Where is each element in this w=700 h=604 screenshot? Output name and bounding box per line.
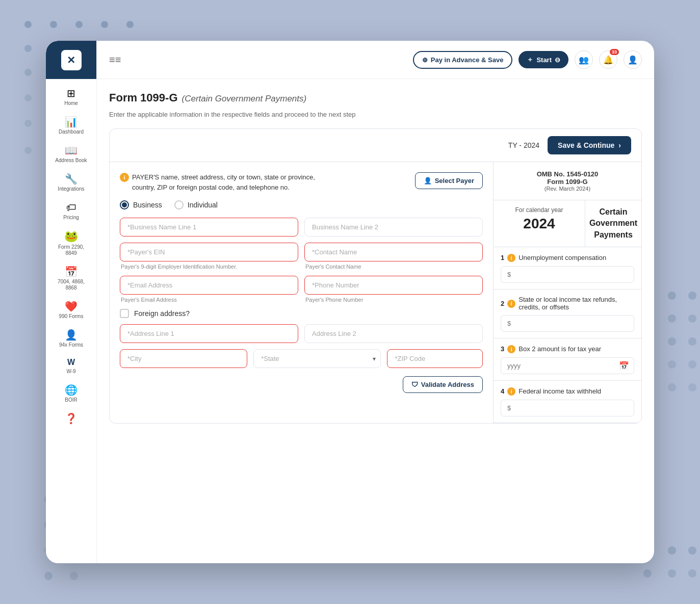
field-4-text: Federal income tax withheld <box>518 387 601 395</box>
business-radio-label: Business <box>133 201 162 209</box>
support-icon: ❓ <box>65 413 77 424</box>
omb-title-col: Certain Government Payments <box>585 200 641 247</box>
field-2-label: 2 i State or local income tax refunds, c… <box>501 296 634 311</box>
contacts-icon: 👥 <box>579 55 589 65</box>
form-subtitle: (Certain Government Payments) <box>182 94 307 104</box>
select-payer-button[interactable]: 👤 Select Payer <box>415 172 483 189</box>
zip-group <box>387 349 483 368</box>
email-input[interactable] <box>120 276 298 295</box>
phone-help: Payer's Phone Number <box>304 297 483 303</box>
form2290-icon: 🐸 <box>64 231 78 242</box>
sidebar-item-address-book[interactable]: 📖 Address Book <box>51 141 92 168</box>
validate-address-label: Validate Address <box>421 381 474 388</box>
business-name-2-group <box>304 218 483 237</box>
sidebar-item-pricing[interactable]: 🏷 Pricing <box>51 198 92 225</box>
start-plus-icon: ＋ <box>527 55 533 64</box>
business-name-1-input[interactable] <box>120 218 298 237</box>
individual-radio-label: Individual <box>188 201 218 209</box>
phone-input[interactable] <box>304 276 483 295</box>
address-line1-input[interactable] <box>120 324 298 343</box>
form94x-icon: 👤 <box>65 330 77 340</box>
ein-input[interactable] <box>120 243 298 261</box>
user-profile-button[interactable]: 👤 <box>624 50 642 69</box>
menu-icon[interactable]: ≡≡ <box>109 54 121 66</box>
form990-icon: ❤️ <box>65 301 77 311</box>
pay-advance-label: Pay in Advance & Save <box>431 56 504 64</box>
sidebar-item-integrations[interactable]: 🔧 Integrations <box>51 170 92 196</box>
form-container: TY - 2024 Save & Continue › i P <box>109 128 642 424</box>
sidebar-item-990[interactable]: ❤️ 990 Forms <box>51 297 92 324</box>
sidebar-item-boir[interactable]: 🌐 BOIR <box>51 381 92 407</box>
field-1-label: 1 i Unemployment compensation <box>501 253 634 262</box>
foreign-address-checkbox[interactable] <box>120 309 129 318</box>
svg-point-22 <box>688 383 696 391</box>
contact-name-group: Payer's Contact Name <box>304 243 483 270</box>
start-button[interactable]: ＋ Start ⊖ <box>518 51 568 68</box>
sidebar-item-home[interactable]: ⊞ Home <box>51 84 92 111</box>
save-continue-label: Save & Continue <box>558 141 614 149</box>
svg-point-14 <box>688 292 696 300</box>
sidebar-nav: ⊞ Home 📊 Dashboard 📖 Address Book 🔧 Inte… <box>51 79 92 563</box>
field-4-input[interactable] <box>501 400 634 416</box>
sidebar-logo: ✕ <box>46 41 96 79</box>
sidebar-item-form7004[interactable]: 📅 7004, 4868, 8868 <box>51 262 92 295</box>
dashboard-icon: 📊 <box>65 117 77 127</box>
state-group: *State AL CA ▾ <box>253 349 381 368</box>
select-payer-label: Select Payer <box>435 177 474 185</box>
calendar-year-label: For calendar year <box>500 206 579 214</box>
sidebar-label-dashboard: Dashboard <box>59 129 84 135</box>
sidebar-item-dashboard[interactable]: 📊 Dashboard <box>51 113 92 139</box>
page-title: Form 1099-G <box>109 91 178 104</box>
address-line2-input[interactable] <box>304 324 483 343</box>
svg-point-8 <box>24 69 32 76</box>
sidebar-item-support[interactable]: ❓ <box>51 409 92 428</box>
sidebar-item-form2290[interactable]: 🐸 Form 2290, 8849 <box>51 227 92 260</box>
individual-radio[interactable]: Individual <box>174 200 218 209</box>
field-1-input[interactable] <box>501 266 634 283</box>
omb-form-name: Form 1099-G <box>502 178 633 186</box>
field-3-info-icon: i <box>507 345 515 353</box>
validate-address-button[interactable]: 🛡 Validate Address <box>403 376 483 393</box>
foreign-address-row: Foreign address? <box>120 309 483 318</box>
sidebar-item-w9[interactable]: W W-9 <box>51 354 92 379</box>
business-radio[interactable]: Business <box>120 200 162 209</box>
svg-point-32 <box>44 572 53 580</box>
svg-point-0 <box>24 21 32 28</box>
field-3-date-wrap: 📅 <box>501 357 634 374</box>
sidebar-label-home: Home <box>64 100 78 107</box>
zip-input[interactable] <box>387 349 483 368</box>
field-3-num: 3 <box>501 345 504 353</box>
sidebar-label-pricing: Pricing <box>63 215 79 221</box>
person-icon: 👤 <box>424 177 432 185</box>
notifications-button[interactable]: 🔔 33 <box>599 50 617 69</box>
field-2-input[interactable] <box>501 315 634 332</box>
pay-advance-button[interactable]: ⊕ Pay in Advance & Save <box>413 51 513 69</box>
svg-point-26 <box>643 569 652 577</box>
form7004-icon: 📅 <box>65 267 77 277</box>
svg-point-3 <box>101 21 108 28</box>
svg-point-5 <box>24 45 32 52</box>
business-name-row <box>120 218 483 237</box>
foreign-address-label: Foreign address? <box>134 309 190 318</box>
contact-name-input[interactable] <box>304 243 483 261</box>
app-logo-icon: ✕ <box>61 50 82 70</box>
contact-help: Payer's Contact Name <box>304 264 483 270</box>
individual-radio-circle <box>174 200 184 209</box>
contacts-button[interactable]: 👥 <box>575 50 593 69</box>
svg-point-11 <box>24 120 32 127</box>
pricing-icon: 🏷 <box>66 202 76 213</box>
svg-point-19 <box>668 360 676 369</box>
field-3-date-input[interactable] <box>501 357 634 374</box>
payer-address-text: i PAYER'S name, street address, city or … <box>120 172 334 192</box>
business-name-2-input[interactable] <box>304 218 483 237</box>
sidebar-item-94x[interactable]: 👤 94x Forms <box>51 326 92 352</box>
city-state-zip-row: *State AL CA ▾ <box>120 349 483 368</box>
save-continue-button[interactable]: Save & Continue › <box>548 136 631 154</box>
ein-contact-row: Payer's 9-digit Employer Identification … <box>120 243 483 270</box>
field-1-num: 1 <box>501 254 504 261</box>
header-right: ⊕ Pay in Advance & Save ＋ Start ⊖ 👥 🔔 33… <box>413 50 642 69</box>
svg-point-28 <box>688 569 696 577</box>
field-4-num: 4 <box>501 387 504 395</box>
state-select[interactable]: *State AL CA <box>253 349 381 368</box>
city-input[interactable] <box>120 349 247 368</box>
